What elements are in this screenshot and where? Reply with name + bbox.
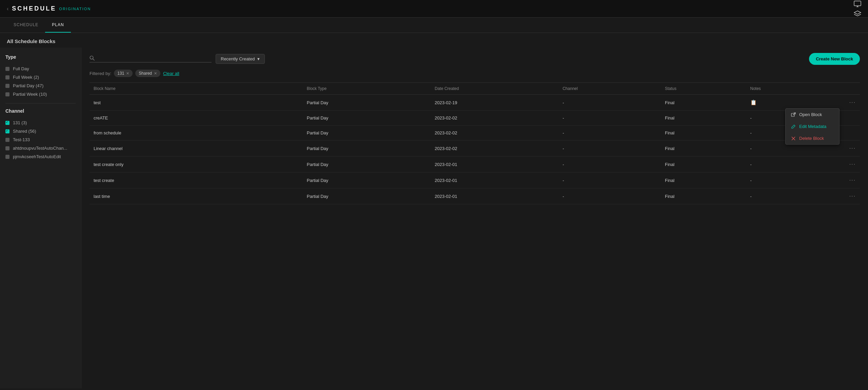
app-subtitle: ORIGINATION <box>59 7 91 11</box>
cell-date-4: 2023-02-01 <box>435 162 563 167</box>
cell-type-2: Partial Day <box>307 130 435 135</box>
cell-status-2: Final <box>665 130 750 135</box>
cell-status-6: Final <box>665 194 750 199</box>
checkbox-131[interactable] <box>5 121 9 125</box>
context-edit-metadata[interactable]: Edit Metadata <box>786 120 839 132</box>
col-actions <box>835 86 856 91</box>
col-date-created: Date Created <box>435 86 563 91</box>
cell-type-5: Partial Day <box>307 178 435 183</box>
sidebar-item-test133[interactable]: Test-133 <box>5 135 76 144</box>
cell-date-3: 2023-02-02 <box>435 146 563 151</box>
sidebar-label-full-day: Full Day <box>13 66 29 71</box>
sidebar-item-partial-week[interactable]: Partial Week (10) <box>5 90 76 98</box>
sort-label: Recently Created <box>221 56 255 61</box>
col-block-type: Block Type <box>307 86 435 91</box>
tab-schedule[interactable]: SCHEDULE <box>7 18 45 33</box>
cell-date-1: 2023-02-02 <box>435 115 563 120</box>
sidebar-item-pjmvkcseeh[interactable]: pjmvkcseehTestAutoEdit <box>5 152 76 161</box>
sidebar-label-partial-day: Partial Day (47) <box>13 83 43 88</box>
open-block-icon <box>791 112 796 117</box>
sidebar-label-test133: Test-133 <box>13 137 30 142</box>
context-delete-block[interactable]: Delete Block <box>786 132 839 144</box>
tab-bar: SCHEDULE PLAN <box>0 18 868 33</box>
cell-notes-6: - <box>750 194 836 199</box>
context-edit-label: Edit Metadata <box>799 124 826 129</box>
cell-name-0: test <box>94 100 307 105</box>
sidebar-item-partial-day[interactable]: Partial Day (47) <box>5 81 76 90</box>
table-row[interactable]: test Partial Day 2023-02-19 - Final 📋 ··… <box>90 95 860 111</box>
cell-channel-6: - <box>563 194 665 199</box>
edit-metadata-icon <box>791 124 796 129</box>
table-row[interactable]: test create Partial Day 2023-02-01 - Fin… <box>90 172 860 188</box>
toolbar-left: Recently Created ▾ <box>90 54 265 64</box>
context-open-block[interactable]: Open Block <box>786 109 839 120</box>
svg-marker-3 <box>854 11 861 14</box>
context-delete-label: Delete Block <box>799 136 824 141</box>
row-more-button-4[interactable]: ··· <box>835 161 856 167</box>
checkbox-test133[interactable] <box>5 138 9 142</box>
search-bar <box>90 55 212 62</box>
cell-status-4: Final <box>665 162 750 167</box>
checkbox-partial-week[interactable] <box>5 92 9 96</box>
checkbox-partial-day[interactable] <box>5 84 9 88</box>
header: ‹ SCHEDULE ORIGINATION <box>0 0 868 18</box>
filter-tag-shared-remove[interactable]: ✕ <box>154 71 157 76</box>
sidebar-label-ahtdnoupvu: ahtdnoupvuTestAutoChan... <box>13 146 67 151</box>
cell-name-1: creATE <box>94 115 307 120</box>
svg-rect-0 <box>854 1 861 6</box>
monitor-icon[interactable] <box>854 1 861 7</box>
svg-line-5 <box>93 59 94 60</box>
cell-type-3: Partial Day <box>307 146 435 151</box>
table-row[interactable]: test create only Partial Day 2023-02-01 … <box>90 156 860 172</box>
checkbox-shared[interactable] <box>5 129 9 133</box>
sort-dropdown[interactable]: Recently Created ▾ <box>216 54 265 64</box>
cell-channel-3: - <box>563 146 665 151</box>
cell-type-4: Partial Day <box>307 162 435 167</box>
cell-date-2: 2023-02-02 <box>435 130 563 135</box>
clear-all-button[interactable]: Clear all <box>163 71 179 76</box>
svg-rect-6 <box>791 113 794 116</box>
sidebar-item-131[interactable]: 131 (3) <box>5 118 76 127</box>
sidebar-item-full-week[interactable]: Full Week (2) <box>5 73 76 81</box>
cell-status-1: Final <box>665 115 750 120</box>
cell-type-1: Partial Day <box>307 115 435 120</box>
table-row[interactable]: creATE Partial Day 2023-02-02 - Final - <box>90 111 860 126</box>
toolbar: Recently Created ▾ Create New Block <box>90 53 860 65</box>
search-input[interactable] <box>97 56 212 61</box>
cell-status-0: Final <box>665 100 750 105</box>
sidebar-item-full-day[interactable]: Full Day <box>5 64 76 73</box>
filtered-by-label: Filtered by: <box>90 71 111 76</box>
row-more-button-6[interactable]: ··· <box>835 193 856 199</box>
checkbox-full-week[interactable] <box>5 75 9 79</box>
sidebar-label-shared: Shared (56) <box>13 129 36 134</box>
col-channel: Channel <box>563 86 665 91</box>
checkbox-full-day[interactable] <box>5 67 9 71</box>
delete-block-icon <box>791 136 796 141</box>
table-row[interactable]: from schedule Partial Day 2023-02-02 - F… <box>90 126 860 141</box>
filter-tag-131-remove[interactable]: ✕ <box>126 71 129 76</box>
row-more-button-3[interactable]: ··· <box>835 145 856 151</box>
layers-icon[interactable] <box>854 10 861 17</box>
page-title: All Schedule Blocks <box>0 33 868 48</box>
filter-tag-shared: Shared ✕ <box>135 70 160 77</box>
row-more-button-5[interactable]: ··· <box>835 177 856 183</box>
checkbox-ahtdnoupvu[interactable] <box>5 146 9 150</box>
cell-status-3: Final <box>665 146 750 151</box>
context-open-label: Open Block <box>799 112 822 117</box>
sidebar-item-ahtdnoupvu[interactable]: ahtdnoupvuTestAutoChan... <box>5 144 76 152</box>
app-name: SCHEDULE <box>12 5 56 12</box>
cell-status-5: Final <box>665 178 750 183</box>
sidebar: Type Full Day Full Week (2) Partial Day … <box>0 48 81 388</box>
row-more-button-0[interactable]: ··· <box>835 99 856 106</box>
sidebar-item-shared[interactable]: Shared (56) <box>5 127 76 135</box>
cell-notes-4: - <box>750 162 836 167</box>
create-new-block-button[interactable]: Create New Block <box>809 53 860 65</box>
cell-channel-4: - <box>563 162 665 167</box>
tab-plan[interactable]: PLAN <box>45 18 71 33</box>
table-row[interactable]: last time Partial Day 2023-02-01 - Final… <box>90 188 860 204</box>
back-arrow-icon[interactable]: ‹ <box>7 6 10 12</box>
sidebar-label-131: 131 (3) <box>13 120 27 125</box>
table-row[interactable]: Linear channel Partial Day 2023-02-02 - … <box>90 141 860 156</box>
context-menu: Open Block Edit Metadata Delete Blo <box>785 108 840 145</box>
checkbox-pjmvkcseeh[interactable] <box>5 155 9 159</box>
